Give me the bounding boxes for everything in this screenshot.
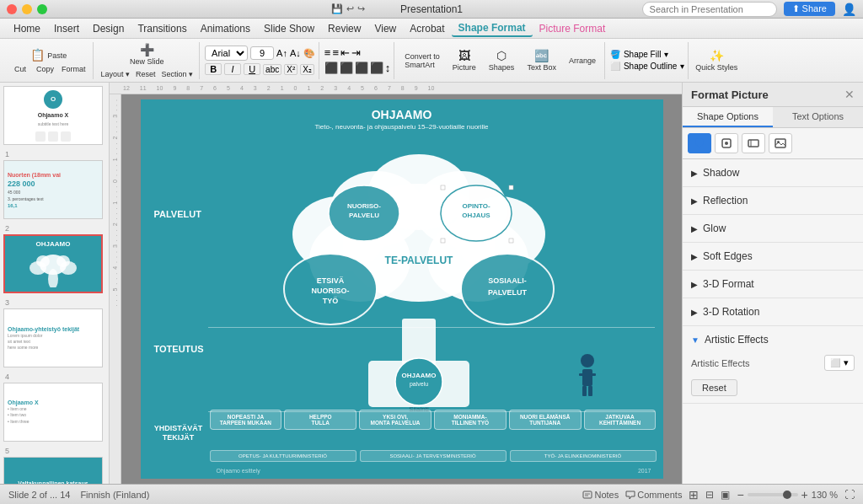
3d-format-header[interactable]: ▶ 3-D Format <box>683 274 863 294</box>
minimize-button[interactable] <box>22 4 32 14</box>
increase-indent-button[interactable]: ⇥ <box>351 46 361 59</box>
normal-view-button[interactable]: ⊞ <box>689 488 699 501</box>
3d-rotation-label: 3-D Rotation <box>703 306 759 318</box>
slide-thumbnail-3[interactable]: 3 Ohjaamo-yhteistyö tekijät Lorem ipsum … <box>3 298 105 367</box>
slide-thumbnail-5[interactable]: 5 Valtakunnallinen katsaus 🌍 <box>3 447 105 484</box>
zoom-out-button[interactable]: − <box>737 488 743 501</box>
menu-slideshow[interactable]: Slide Show <box>257 21 321 36</box>
glow-section: ▶ Glow <box>683 215 863 243</box>
effects-icon-button[interactable] <box>715 133 738 153</box>
tab-shape-options[interactable]: Shape Options <box>683 107 773 127</box>
slide-thumbnail-0[interactable]: O Ohjaamo X subtitle text here <box>3 86 105 145</box>
slides-group: ➕New Slide Layout ▾ Reset Section ▾ <box>95 42 201 79</box>
menu-picture-format[interactable]: Picture Format <box>533 21 613 36</box>
copy-button[interactable]: Copy <box>33 64 57 74</box>
columns-button[interactable]: ⬛ <box>370 62 383 74</box>
align-right-button[interactable]: ⬛ <box>355 62 368 74</box>
cut-button[interactable]: Cut <box>8 64 32 74</box>
user-icon[interactable]: 👤 <box>842 3 856 16</box>
picture-icon-button[interactable] <box>769 133 792 153</box>
italic-button[interactable]: I <box>224 63 241 75</box>
superscript-button[interactable]: X² <box>284 64 297 75</box>
reset-button[interactable]: Reset <box>133 69 158 79</box>
toteutus-label: TOTEUTUS <box>154 344 204 354</box>
canvas-area[interactable]: OHJAAMO Tieto-, neuvonta- ja ohjauspalve… <box>121 94 682 484</box>
font-family-select[interactable]: Arial <box>205 46 248 61</box>
shape-outline-button[interactable]: ⬜Shape Outline▾ <box>610 62 684 71</box>
align-center-button[interactable]: ⬛ <box>340 62 353 74</box>
align-left-button[interactable]: ⬛ <box>324 62 338 74</box>
menu-review[interactable]: Review <box>321 21 367 36</box>
menu-transitions[interactable]: Transitions <box>131 21 193 36</box>
artistic-effects-dropdown[interactable]: ⬜ ▾ <box>824 355 855 371</box>
font-size-decrease[interactable]: A↓ <box>290 48 301 58</box>
svg-rect-34 <box>582 369 592 386</box>
font-size-increase[interactable]: A↑ <box>276 48 287 58</box>
convert-smartart-button[interactable]: Convert toSmartArt <box>399 47 445 73</box>
slide-footer-right: 2017 <box>638 468 651 474</box>
font-color-button[interactable]: 🎨 <box>303 48 315 59</box>
reading-view-button[interactable]: ▣ <box>721 489 730 501</box>
menu-animations[interactable]: Animations <box>194 21 257 36</box>
picture-button[interactable]: 🖼Picture <box>448 47 481 73</box>
window-controls[interactable] <box>7 4 47 14</box>
notes-button[interactable]: Notes <box>582 490 619 500</box>
strikethrough-button[interactable]: abc <box>263 64 281 75</box>
menu-shape-format[interactable]: Shape Format <box>452 20 533 37</box>
menu-design[interactable]: Design <box>86 21 131 36</box>
subscript-button[interactable]: X₂ <box>300 64 314 75</box>
share-button[interactable]: ⬆ Share <box>784 2 835 16</box>
comments-button[interactable]: Comments <box>625 490 682 500</box>
reset-button[interactable]: Reset <box>691 379 737 396</box>
format-button[interactable]: Format <box>58 64 89 74</box>
menu-acrobat[interactable]: Acrobat <box>403 21 451 36</box>
menu-home[interactable]: Home <box>7 21 47 36</box>
zoom-slider[interactable] <box>748 493 798 496</box>
fill-icon-button[interactable] <box>688 133 711 153</box>
shapes-button[interactable]: ⬡Shapes <box>484 47 520 73</box>
bold-button[interactable]: B <box>205 63 222 75</box>
section-button[interactable]: Section ▾ <box>159 69 196 79</box>
3d-rotation-header[interactable]: ▶ 3-D Rotation <box>683 302 863 322</box>
reflection-header[interactable]: ▶ Reflection <box>683 190 863 211</box>
decrease-indent-button[interactable]: ⇤ <box>340 46 350 59</box>
soft-edges-section: ▶ Soft Edges <box>683 243 863 271</box>
tree-diagram: TE-PALVELUT ETSIVÄ NUORISO- TYÖ SOSIAALI… <box>208 133 630 411</box>
fit-slide-button[interactable]: ⛶ <box>844 489 855 501</box>
maximize-button[interactable] <box>37 4 47 14</box>
slide-sorter-button[interactable]: ⊟ <box>705 489 714 501</box>
quick-styles-button[interactable]: ✨Quick Styles <box>690 47 742 73</box>
menu-view[interactable]: View <box>367 21 403 36</box>
text-box-button[interactable]: 🔤Text Box <box>522 47 561 73</box>
zoom-in-button[interactable]: + <box>801 488 808 501</box>
artistic-effects-section: ▼ Artistic Effects Artistic Effects ⬜ ▾ … <box>683 326 863 404</box>
shape-fill-button[interactable]: 🪣Shape Fill▾ <box>610 50 684 59</box>
soft-edges-header[interactable]: ▶ Soft Edges <box>683 246 863 266</box>
soft-edges-label: Soft Edges <box>703 250 753 262</box>
bullets-button[interactable]: ≡ <box>324 46 331 59</box>
line-spacing-button[interactable]: ↕ <box>385 62 391 74</box>
menu-insert[interactable]: Insert <box>47 21 86 36</box>
new-slide-button[interactable]: ➕New Slide <box>99 41 196 67</box>
font-size-input[interactable] <box>250 46 274 60</box>
search-input[interactable] <box>642 2 777 17</box>
format-panel-close-button[interactable]: ✕ <box>844 88 855 101</box>
svg-text:SOSIAALI-: SOSIAALI- <box>488 276 527 285</box>
ministry-tyo: TYÖ- JA ELINKEINOMINISTERIÖ <box>510 450 657 462</box>
slide-thumbnail-1[interactable]: 1 Nuorten (18mm vai 228 000 45 000 3. pe… <box>3 150 105 219</box>
slide-thumbnail-4[interactable]: 4 Ohjaamo X • Item one• Item two• Item t… <box>3 373 105 442</box>
artistic-effects-header[interactable]: ▼ Artistic Effects <box>683 330 863 350</box>
slide-thumbnail-2[interactable]: 2 OHJAAMO <box>3 224 105 293</box>
svg-rect-35 <box>579 373 586 376</box>
paste-button[interactable]: 📋Paste <box>8 46 89 63</box>
layout-button[interactable]: Layout ▾ <box>99 69 133 79</box>
underline-button[interactable]: U <box>244 63 260 75</box>
close-button[interactable] <box>7 4 17 14</box>
layout-icon-button[interactable] <box>742 133 765 153</box>
shadow-section: ▶ Shadow <box>683 159 863 187</box>
shadow-header[interactable]: ▶ Shadow <box>683 163 863 183</box>
tab-text-options[interactable]: Text Options <box>773 107 863 127</box>
glow-header[interactable]: ▶ Glow <box>683 218 863 239</box>
numbering-button[interactable]: ≡ <box>332 46 339 59</box>
arrange-button[interactable]: Arrange <box>564 47 601 73</box>
